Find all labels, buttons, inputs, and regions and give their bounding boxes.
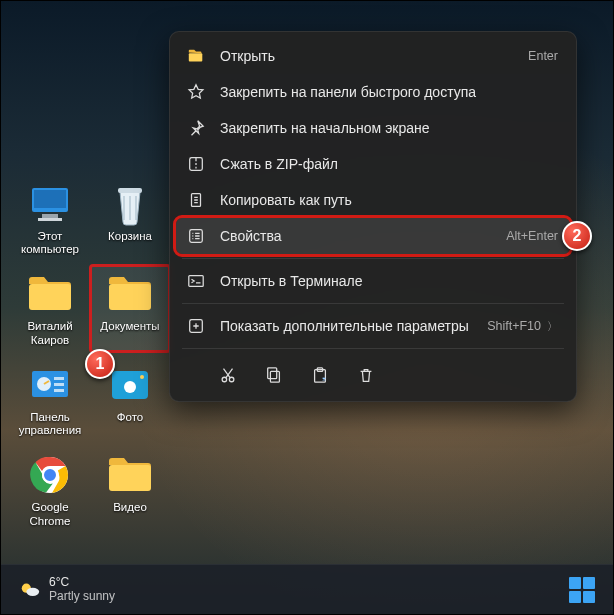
chevron-right-icon: 〉: [547, 319, 558, 334]
menu-item-label: Открыть: [220, 48, 528, 64]
start-button[interactable]: [569, 577, 595, 603]
copy-path-icon: [186, 190, 206, 210]
menu-item-zip[interactable]: Сжать в ZIP-файл: [176, 146, 570, 182]
copy-icon[interactable]: [262, 363, 286, 387]
desktop-icon-label: ВиталийКаиров: [27, 320, 72, 346]
this-pc-icon: [26, 180, 74, 228]
taskbar: 6°C Partly sunny: [1, 564, 613, 614]
menu-item-label: Свойства: [220, 228, 506, 244]
weather-text: 6°C Partly sunny: [49, 576, 115, 602]
svg-point-26: [229, 377, 234, 382]
properties-icon: [186, 226, 206, 246]
svg-rect-18: [109, 465, 151, 491]
svg-rect-3: [38, 218, 62, 221]
recycle-icon: [106, 180, 154, 228]
menu-separator: [182, 258, 564, 259]
folder-open-icon: [186, 46, 206, 66]
menu-item-shortcut: Enter: [528, 49, 558, 63]
cut-icon[interactable]: [216, 363, 240, 387]
svg-rect-2: [42, 214, 58, 218]
desktop-icon-label: Фото: [117, 411, 143, 424]
pin-icon: [186, 118, 206, 138]
svg-point-25: [222, 377, 227, 382]
desktop-icon-label: Корзина: [108, 230, 152, 243]
menu-separator: [182, 303, 564, 304]
svg-rect-23: [189, 276, 203, 287]
menu-item-label: Закрепить на начальном экране: [220, 120, 558, 136]
menu-item-star[interactable]: Закрепить на панели быстрого доступа: [176, 74, 570, 110]
taskbar-weather[interactable]: 6°C Partly sunny: [19, 576, 115, 602]
desktop-icon-documents[interactable]: Документы1: [91, 266, 169, 350]
paste-icon[interactable]: [308, 363, 332, 387]
desktop[interactable]: ЭтоткомпьютерКорзинаВиталийКаировДокумен…: [0, 0, 614, 615]
star-icon: [186, 82, 206, 102]
menu-item-pin[interactable]: Закрепить на начальном экране: [176, 110, 570, 146]
menu-action-bar: [176, 353, 570, 391]
menu-item-label: Сжать в ZIP-файл: [220, 156, 558, 172]
desktop-icon-label: Панельуправления: [19, 411, 82, 437]
svg-point-14: [140, 375, 144, 379]
menu-item-terminal[interactable]: Открыть в Терминале: [176, 263, 570, 299]
weather-temp: 6°C: [49, 576, 115, 589]
svg-rect-19: [189, 53, 203, 61]
trash-icon[interactable]: [354, 363, 378, 387]
desktop-icon-user-folder[interactable]: ВиталийКаиров: [11, 266, 89, 350]
svg-rect-1: [34, 190, 66, 208]
chrome-icon: [26, 451, 74, 499]
callout-badge: 2: [562, 221, 592, 251]
zip-icon: [186, 154, 206, 174]
menu-item-shortcut: Alt+Enter: [506, 229, 558, 243]
context-menu: ОткрытьEnterЗакрепить на панели быстрого…: [169, 31, 577, 402]
desktop-icon-recycle[interactable]: Корзина: [91, 176, 169, 260]
menu-item-label: Закрепить на панели быстрого доступа: [220, 84, 558, 100]
more-icon: [186, 316, 206, 336]
desktop-icon-video[interactable]: Видео: [91, 447, 169, 531]
desktop-icon-label: Документы: [100, 320, 159, 333]
menu-item-label: Копировать как путь: [220, 192, 558, 208]
menu-item-label: Открыть в Терминале: [220, 273, 558, 289]
menu-separator: [182, 348, 564, 349]
desktop-icon-control[interactable]: Панельуправления: [11, 357, 89, 441]
svg-rect-11: [54, 389, 64, 392]
desktop-icon-label: Этоткомпьютер: [21, 230, 79, 256]
documents-icon: [106, 270, 154, 318]
svg-rect-5: [29, 284, 71, 310]
user-folder-icon: [26, 270, 74, 318]
svg-rect-27: [270, 371, 279, 382]
menu-item-copy-path[interactable]: Копировать как путь: [176, 182, 570, 218]
svg-rect-6: [109, 284, 151, 310]
desktop-icon-label: Видео: [113, 501, 147, 514]
weather-cond: Partly sunny: [49, 590, 115, 603]
menu-item-properties[interactable]: СвойстваAlt+Enter2: [176, 218, 570, 254]
svg-point-13: [124, 381, 136, 393]
svg-rect-10: [54, 383, 64, 386]
desktop-icon-chrome[interactable]: GoogleChrome: [11, 447, 89, 531]
desktop-icon-this-pc[interactable]: Этоткомпьютер: [11, 176, 89, 260]
menu-item-folder-open[interactable]: ОткрытьEnter: [176, 38, 570, 74]
menu-item-shortcut: Shift+F10: [487, 319, 541, 333]
svg-rect-4: [118, 188, 142, 193]
video-icon: [106, 451, 154, 499]
svg-point-32: [26, 587, 39, 595]
menu-item-more[interactable]: Показать дополнительные параметрыShift+F…: [176, 308, 570, 344]
terminal-icon: [186, 271, 206, 291]
svg-rect-28: [268, 368, 277, 379]
desktop-icon-label: GoogleChrome: [30, 501, 71, 527]
control-icon: [26, 361, 74, 409]
menu-item-label: Показать дополнительные параметры: [220, 318, 487, 334]
callout-badge: 1: [85, 349, 115, 379]
svg-rect-9: [54, 377, 64, 380]
weather-icon: [19, 579, 41, 601]
